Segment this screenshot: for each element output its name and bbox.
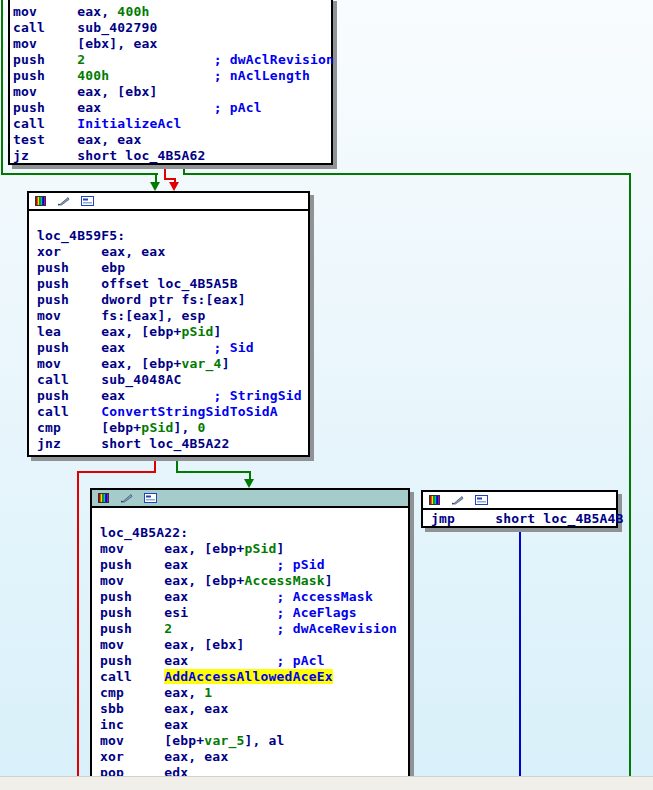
asm-line[interactable]: mov [ebp+var_5], al xyxy=(100,732,408,748)
node-color-icon[interactable] xyxy=(429,495,440,505)
asm-token[interactable]: 400h xyxy=(77,68,109,83)
asm-token[interactable]: push eax xyxy=(100,589,188,604)
asm-token[interactable]: ; pSid xyxy=(277,557,325,572)
asm-line[interactable]: push esi ; AceFlags xyxy=(100,604,408,620)
asm-token[interactable] xyxy=(85,52,213,67)
asm-token[interactable]: pSid xyxy=(141,420,173,435)
asm-token[interactable]: ] xyxy=(325,573,333,588)
asm-token[interactable]: mov eax, [ebx] xyxy=(100,637,244,652)
node-color-icon[interactable] xyxy=(98,493,109,503)
asm-line[interactable]: call ConvertStringSidToSidA xyxy=(37,403,308,419)
asm-token[interactable]: jnz short loc_4B5A22 xyxy=(37,436,230,451)
node-title-bar[interactable] xyxy=(423,492,616,510)
asm-token[interactable]: mov fs:[eax], esp xyxy=(37,308,206,323)
asm-token[interactable]: call xyxy=(100,669,164,684)
asm-line[interactable]: push eax ; pSid xyxy=(100,556,408,572)
asm-token[interactable]: push ebp xyxy=(37,260,125,275)
asm-line[interactable]: cmp eax, 1 xyxy=(100,684,408,700)
asm-token[interactable]: mov [ebp+ xyxy=(100,733,204,748)
asm-line[interactable]: mov eax, [ebp+AccessMask] xyxy=(100,572,408,588)
asm-token[interactable]: InitializeAcl xyxy=(77,116,181,131)
asm-line[interactable]: mov eax, [ebp+var_4] xyxy=(37,355,308,371)
asm-token[interactable]: push offset loc_4B5A5B xyxy=(37,276,238,291)
asm-token[interactable]: cmp [ebp+ xyxy=(37,420,141,435)
edit-node-icon[interactable] xyxy=(57,196,70,206)
asm-line[interactable]: mov eax, [ebp+pSid] xyxy=(100,540,408,556)
asm-line[interactable]: loc_4B5A22: xyxy=(100,524,408,540)
asm-token[interactable]: push xyxy=(13,52,77,67)
asm-line[interactable]: call InitializeAcl xyxy=(13,115,331,131)
asm-token[interactable]: 1 xyxy=(204,685,212,700)
asm-token[interactable]: jz short loc_4B5A62 xyxy=(13,148,206,163)
asm-token[interactable]: sbb eax, eax xyxy=(100,701,228,716)
asm-line[interactable]: inc eax xyxy=(100,716,408,732)
asm-line[interactable]: test eax, eax xyxy=(13,131,331,147)
asm-token[interactable]: cmp eax, xyxy=(100,685,204,700)
highlighted-token[interactable]: AddAccessAllowedAceEx xyxy=(164,669,333,684)
asm-token[interactable]: lea eax, [ebp+ xyxy=(37,324,181,339)
asm-line[interactable]: push 2 ; dwAclRevision xyxy=(13,51,331,67)
asm-token[interactable]: 0 xyxy=(198,420,206,435)
asm-token[interactable]: xor eax, eax xyxy=(37,244,165,259)
node-title-bar[interactable] xyxy=(92,490,408,508)
asm-line[interactable]: push eax ; AccessMask xyxy=(100,588,408,604)
asm-token[interactable] xyxy=(125,340,213,355)
group-node-icon[interactable] xyxy=(81,196,94,206)
asm-token[interactable]: xor eax, eax xyxy=(100,749,228,764)
asm-line[interactable]: jz short loc_4B5A62 xyxy=(13,147,331,163)
asm-token[interactable]: push eax xyxy=(13,100,101,115)
graph-canvas[interactable]: mov eax, 400hcall sub_402790mov [ebx], e… xyxy=(0,0,653,790)
asm-token[interactable]: mov eax, [ebp+ xyxy=(37,356,181,371)
group-node-icon[interactable] xyxy=(475,495,488,505)
asm-token[interactable] xyxy=(188,589,276,604)
asm-token[interactable] xyxy=(188,653,276,668)
asm-line[interactable] xyxy=(100,508,408,524)
asm-line[interactable]: sbb eax, eax xyxy=(100,700,408,716)
asm-token[interactable]: 400h xyxy=(117,4,149,19)
asm-line[interactable]: loc_4B59F5: xyxy=(37,227,308,243)
basic-block-loc_4B59F5[interactable]: loc_4B59F5:xor eax, eaxpush ebppush offs… xyxy=(27,191,310,457)
asm-token[interactable]: call sub_402790 xyxy=(13,20,157,35)
asm-token[interactable]: var_4 xyxy=(181,356,221,371)
asm-token[interactable]: ; AceFlags xyxy=(277,605,357,620)
group-node-icon[interactable] xyxy=(144,493,157,503)
asm-token[interactable]: push esi xyxy=(100,605,188,620)
asm-line[interactable]: lea eax, [ebp+pSid] xyxy=(37,323,308,339)
asm-line[interactable]: push dword ptr fs:[eax] xyxy=(37,291,308,307)
asm-line[interactable]: push offset loc_4B5A5B xyxy=(37,275,308,291)
asm-line[interactable]: push eax ; Sid xyxy=(37,339,308,355)
asm-token[interactable]: pSid xyxy=(244,541,276,556)
asm-line[interactable]: call sub_402790 xyxy=(13,19,331,35)
node-color-icon[interactable] xyxy=(35,196,46,206)
basic-block-jmp[interactable]: jmp short loc_4B5A4B xyxy=(421,490,618,528)
asm-line[interactable]: xor eax, eax xyxy=(100,748,408,764)
asm-line[interactable]: xor eax, eax xyxy=(37,243,308,259)
asm-token[interactable] xyxy=(109,68,213,83)
asm-token[interactable]: var_5 xyxy=(204,733,244,748)
basic-block-loc_4B5A22[interactable]: loc_4B5A22:mov eax, [ebp+pSid]push eax ;… xyxy=(90,488,410,786)
asm-token[interactable] xyxy=(101,100,213,115)
asm-token[interactable]: ], al xyxy=(245,733,285,748)
asm-token[interactable]: ; Sid xyxy=(214,340,254,355)
asm-token[interactable]: test eax, eax xyxy=(13,132,141,147)
asm-token[interactable]: mov eax, [ebx] xyxy=(13,84,157,99)
asm-token[interactable]: ; nAclLength xyxy=(214,68,310,83)
asm-line[interactable]: push ebp xyxy=(37,259,308,275)
asm-token[interactable]: call xyxy=(13,116,77,131)
asm-line[interactable]: mov eax, 400h xyxy=(13,3,331,19)
asm-line[interactable]: cmp [ebp+pSid], 0 xyxy=(37,419,308,435)
asm-token[interactable]: push eax xyxy=(37,340,125,355)
asm-token[interactable]: mov eax, xyxy=(13,4,117,19)
asm-token[interactable]: AccessMask xyxy=(244,573,324,588)
asm-line[interactable]: mov fs:[eax], esp xyxy=(37,307,308,323)
asm-token[interactable]: push eax xyxy=(37,388,125,403)
asm-line[interactable]: mov eax, [ebx] xyxy=(100,636,408,652)
asm-line[interactable]: push 400h ; nAclLength xyxy=(13,67,331,83)
asm-line[interactable]: push eax ; pAcl xyxy=(100,652,408,668)
asm-line[interactable]: call sub_4048AC xyxy=(37,371,308,387)
asm-token[interactable]: ; AccessMask xyxy=(277,589,373,604)
asm-line[interactable]: jnz short loc_4B5A22 xyxy=(37,435,308,451)
asm-token[interactable]: ; pAcl xyxy=(214,100,262,115)
asm-token[interactable]: mov eax, [ebp+ xyxy=(100,541,244,556)
asm-token[interactable]: pSid xyxy=(181,324,213,339)
